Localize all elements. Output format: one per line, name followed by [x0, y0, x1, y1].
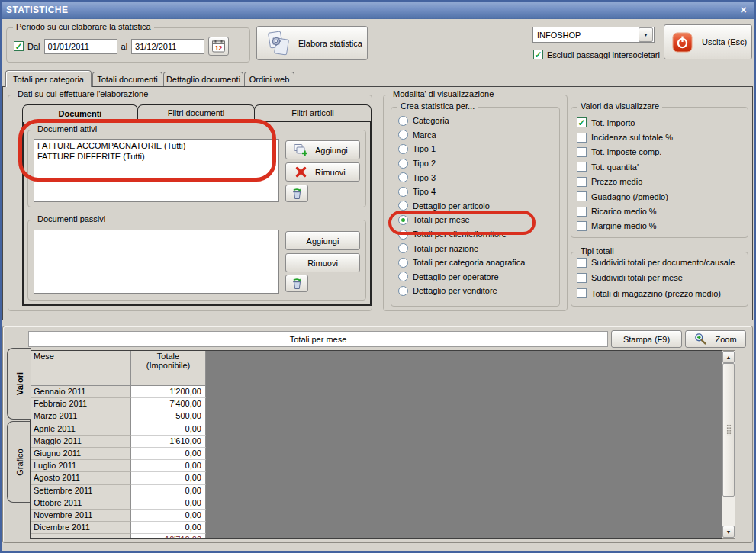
checkbox-option-incidenza-sul-totale[interactable]: Incidenza sul totale %	[577, 130, 745, 144]
results-title-bar: Totali per mese	[28, 331, 608, 347]
radio-option-totali-per-cliente-fornitore[interactable]: Totali per cliente/fornitore	[398, 227, 555, 242]
checkbox-label: Ricarico medio %	[591, 207, 657, 216]
checkbox	[577, 221, 587, 231]
checkbox-option-tot-imposte-comp[interactable]: Tot. imposte comp.	[577, 145, 745, 159]
checkbox-option-suddividi-documento-causale[interactable]: Suddividi totali per documento/causale	[577, 255, 748, 270]
table-row[interactable]: Maggio 20111'610,00	[31, 436, 722, 448]
zoom-button[interactable]: Zoom	[685, 330, 746, 348]
cell-totale: 0,00	[131, 423, 206, 436]
cell-totale: 1'200,00	[131, 386, 206, 398]
table-row[interactable]: Giugno 20110,00	[31, 448, 722, 460]
checkbox-option-prezzo-medio[interactable]: Prezzo medio	[577, 175, 745, 189]
aggiungi-passivi-button[interactable]: Aggiungi	[285, 231, 360, 250]
table-row[interactable]: Dicembre 20110,00	[31, 522, 722, 534]
radio-option-marca[interactable]: Marca	[398, 128, 555, 143]
company-dropdown-button[interactable]: ▼	[639, 27, 653, 42]
radio-label: Categoria	[413, 116, 449, 125]
side-tab-grafico[interactable]: Grafico	[7, 421, 31, 503]
svuota-passivi-button[interactable]	[285, 275, 308, 292]
radio-option-dettaglio-per-articolo[interactable]: Dettaglio per articolo	[398, 199, 555, 214]
trash-icon	[291, 278, 303, 290]
checkbox	[577, 258, 587, 268]
cell-mese: Marzo 2011	[31, 410, 131, 423]
checkbox-label: Tot. imposte comp.	[591, 147, 661, 156]
rimuovi-passivi-button[interactable]: Rimuovi	[285, 253, 360, 272]
table-row[interactable]: Luglio 20110,00	[31, 460, 722, 472]
list-item[interactable]: FATTURE ACCOMPAGNATORIE (Tutti)	[34, 140, 278, 151]
cell-mese: Gennaio 2011	[31, 386, 131, 398]
checkbox-option-tot-quantita[interactable]: Tot. quantita'	[577, 159, 745, 174]
subtab-documenti[interactable]: Documenti	[22, 104, 138, 122]
checkbox-option-guadagno[interactable]: Guadagno (/pmedio)	[577, 189, 745, 204]
tipi-totali-options: Suddividi totali per documento/causale S…	[577, 255, 748, 301]
tab-dettaglio-documenti[interactable]: Dettaglio documenti	[163, 72, 243, 86]
scrollbar-grip-icon	[726, 424, 732, 436]
scroll-down-button[interactable]: ▼	[722, 526, 735, 538]
tab-totali-documenti[interactable]: Totali documenti	[92, 72, 162, 86]
table-row[interactable]: Agosto 20110,00	[31, 472, 722, 484]
close-button[interactable]: ×	[737, 3, 750, 16]
date-from-input[interactable]	[44, 39, 117, 54]
radio-label: Dettaglio per articolo	[413, 201, 490, 211]
radio-option-dettaglio-per-operatore[interactable]: Dettaglio per operatore	[398, 270, 555, 285]
aggiungi-attivi-button[interactable]: Aggiungi	[285, 140, 360, 159]
table-row[interactable]: Novembre 20110,00	[31, 510, 722, 522]
uscita-button[interactable]: Uscita (Esc)	[664, 24, 752, 59]
scroll-down-icon: ▼	[726, 529, 732, 535]
checkbox-option-totali-di-magazzino[interactable]: Totali di magazzino (prezzo medio)	[577, 286, 748, 301]
company-select[interactable]: INFOSHOP ▼	[532, 27, 655, 43]
documenti-attivi-listbox[interactable]: FATTURE ACCOMPAGNATORIE (Tutti) FATTURE …	[34, 139, 279, 202]
tab-ordini-web[interactable]: Ordini web	[244, 72, 294, 86]
radio-control	[398, 187, 408, 197]
date-to-input[interactable]	[131, 39, 204, 54]
radio-option-tipo-3[interactable]: Tipo 3	[398, 170, 555, 185]
al-label: al	[121, 42, 128, 51]
escludi-option[interactable]: ✓ Escludi passaggi intersocietari	[533, 50, 660, 59]
tab-totali-per-categoria[interactable]: Totali per categoria	[5, 70, 92, 87]
radio-option-totali-per-mese[interactable]: Totali per mese	[398, 213, 555, 227]
subtab-filtri-documenti[interactable]: Filtri documenti	[137, 104, 255, 121]
chevron-down-icon: ▼	[643, 32, 648, 37]
subtab-filtri-articoli[interactable]: Filtri articoli	[254, 104, 372, 121]
vertical-scrollbar[interactable]: ▲ ▼	[722, 350, 735, 539]
radio-option-tipo-2[interactable]: Tipo 2	[398, 156, 555, 171]
documenti-passivi-listbox[interactable]	[34, 230, 279, 294]
table-row[interactable]: Aprile 20110,00	[31, 423, 722, 436]
scrollbar-thumb[interactable]	[722, 363, 735, 497]
side-tab-label: Grafico	[15, 449, 24, 475]
escludi-checkbox[interactable]: ✓	[533, 50, 543, 59]
checkbox-option-ricarico-medio[interactable]: Ricarico medio %	[577, 204, 745, 218]
radio-control	[398, 230, 408, 240]
cell-totale: 10'710,00	[131, 534, 206, 539]
checkbox	[577, 288, 587, 298]
radio-option-dettaglio-per-venditore[interactable]: Dettaglio per venditore	[398, 284, 555, 298]
rimuovi-attivi-button[interactable]: Rimuovi	[285, 162, 360, 182]
radio-option-totali-per-nazione[interactable]: Totali per nazione	[398, 241, 555, 256]
checkbox-option-suddividi-per-mese[interactable]: Suddividi totali per mese	[577, 270, 748, 285]
table-row[interactable]: Gennaio 20111'200,00	[31, 386, 722, 398]
stampa-button[interactable]: Stampa (F9)	[611, 330, 682, 348]
cell-mese: Agosto 2011	[31, 472, 131, 484]
table-row[interactable]: Febbraio 20117'400,00	[31, 398, 722, 410]
radio-option-tipo-4[interactable]: Tipo 4	[398, 185, 555, 199]
radio-option-categoria[interactable]: Categoria	[398, 114, 555, 128]
calendar-button[interactable]: 12	[208, 37, 229, 56]
radio-option-tipo-1[interactable]: Tipo 1	[398, 142, 555, 156]
cell-totale: 0,00	[131, 522, 206, 534]
side-tab-valori[interactable]: Valori	[7, 348, 31, 420]
radio-control	[398, 116, 408, 126]
aggiungi-label: Aggiungi	[307, 236, 339, 246]
table-row[interactable]: Ottobre 20110,00	[31, 497, 722, 510]
checkbox	[577, 162, 587, 172]
scroll-up-button[interactable]: ▲	[722, 351, 735, 363]
radio-label: Totali per mese	[413, 215, 470, 224]
elabora-statistica-button[interactable]: Elabora statistica	[256, 26, 368, 60]
svuota-attivi-button[interactable]	[285, 185, 308, 202]
table-row[interactable]: Marzo 2011500,00	[31, 410, 722, 423]
checkbox-option-tot-importo[interactable]: ✓Tot. importo	[577, 115, 745, 130]
checkbox-option-margine-medio[interactable]: Margine medio %	[577, 219, 745, 233]
dal-checkbox[interactable]: ✓	[14, 41, 24, 51]
table-row[interactable]: Settembre 20110,00	[31, 485, 722, 497]
list-item[interactable]: FATTURE DIFFERITE (Tutti)	[34, 151, 278, 162]
radio-option-totali-per-categoria-anagrafica[interactable]: Totali per categoria anagrafica	[398, 256, 555, 270]
